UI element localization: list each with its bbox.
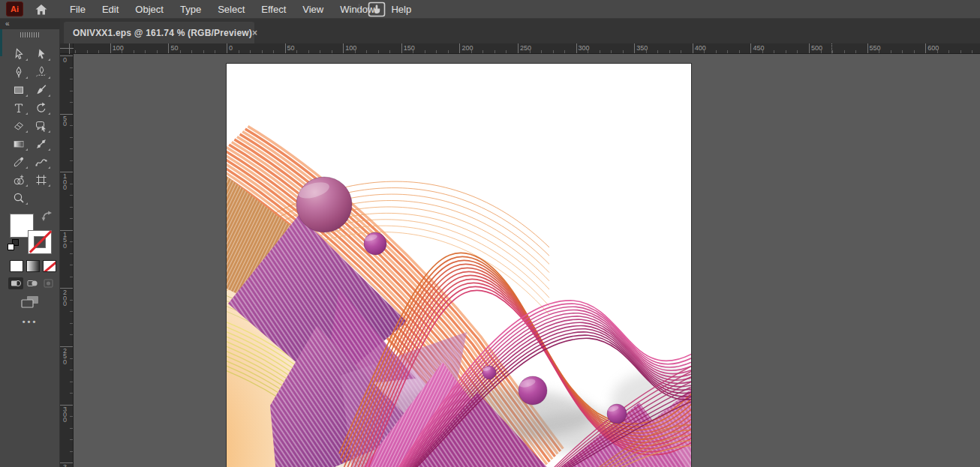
rectangle-tool[interactable] (8, 81, 30, 99)
ruler-tick (87, 50, 88, 53)
ruler-tick (180, 50, 181, 53)
ruler-tick (70, 125, 73, 126)
ruler-tick (797, 50, 798, 53)
ruler-label: 150 (404, 44, 415, 52)
ruler-tick (191, 50, 192, 53)
shaper-tool[interactable] (30, 117, 53, 135)
ruler-tick (308, 50, 309, 53)
draw-inside-button[interactable] (41, 277, 56, 289)
swap-fill-stroke-icon[interactable] (41, 211, 53, 222)
ruler-tick (389, 50, 390, 53)
ruler-label: 50 (287, 44, 295, 52)
document-tab[interactable]: ONIVXX1.eps @ 161.74 % (RGB/Preview) × (64, 22, 254, 43)
ruler-tick (541, 50, 542, 53)
type-tool[interactable] (8, 99, 30, 117)
artwork (227, 64, 691, 467)
ruler-tick (436, 50, 437, 53)
ruler-tick (250, 50, 251, 53)
touch-workspace-button[interactable] (366, 1, 386, 18)
artboard-tool[interactable] (30, 171, 53, 189)
ruler-tick (70, 358, 73, 359)
menu-item-type[interactable]: Type (172, 0, 209, 19)
ruler-tick (70, 323, 73, 324)
vertical-ruler[interactable]: 050100150200250300350 (60, 54, 74, 467)
ruler-tick (600, 50, 600, 53)
ruler-tick (70, 428, 73, 429)
home-button[interactable] (32, 1, 51, 17)
ruler-tick (98, 50, 99, 53)
menu-item-help[interactable]: Help (383, 0, 419, 19)
color-button[interactable] (10, 260, 23, 272)
ruler-tick (855, 50, 856, 53)
pen-tool[interactable] (8, 63, 30, 81)
ruler-tick (378, 50, 379, 53)
menu-item-effect[interactable]: Effect (253, 0, 294, 19)
edit-toolbar-button[interactable]: ••• (0, 317, 60, 326)
tools-panel: « (0, 19, 60, 467)
ruler-tick (70, 311, 73, 312)
eyedropper-tool[interactable] (8, 153, 30, 171)
menu-item-edit[interactable]: Edit (94, 0, 127, 19)
draw-normal-button[interactable] (8, 277, 23, 289)
ruler-tick (70, 451, 73, 452)
smooth-tool[interactable] (30, 153, 53, 171)
eraser-tool[interactable] (8, 117, 30, 135)
default-fill-stroke-icon[interactable] (8, 239, 19, 250)
draw-behind-button[interactable] (25, 277, 40, 289)
ruler-tick (262, 50, 263, 53)
ruler-origin-corner[interactable] (60, 43, 74, 54)
rotate-tool[interactable] (30, 99, 53, 117)
width-tool[interactable] (30, 135, 53, 153)
direct-selection-tool[interactable] (8, 45, 30, 63)
curvature-tool[interactable] (30, 63, 53, 81)
canvas-area[interactable] (74, 54, 980, 467)
menu-item-view[interactable]: View (294, 0, 332, 19)
none-button[interactable] (43, 260, 56, 272)
paintbrush-tool[interactable] (30, 81, 53, 99)
menu-item-object[interactable]: Object (127, 0, 172, 19)
menu-item-select[interactable]: Select (209, 0, 253, 19)
panel-collapse-button[interactable]: « (0, 19, 60, 29)
ruler-tick (70, 160, 73, 161)
ruler-label: 500 (811, 44, 822, 52)
ruler-tick (401, 43, 402, 53)
ruler-tick (145, 50, 146, 53)
tab-close-icon[interactable]: × (252, 28, 257, 37)
ruler-label: 450 (753, 44, 764, 52)
ruler-tick (239, 50, 239, 53)
menubar-separator (359, 4, 359, 15)
ruler-tick (285, 43, 286, 53)
ruler-tick (70, 148, 73, 149)
zoom-tool[interactable] (8, 189, 30, 207)
artboard[interactable] (227, 64, 691, 467)
ruler-tick (948, 50, 949, 53)
ruler-label: 0 (63, 121, 67, 127)
ruler-tick (902, 50, 903, 53)
ruler-tick (320, 50, 320, 53)
ruler-tick (70, 218, 73, 219)
ruler-tick (739, 50, 740, 53)
ruler-tick (296, 50, 297, 53)
ruler-tick (203, 50, 204, 53)
ruler-tick (914, 50, 915, 53)
selection-tool[interactable] (30, 45, 53, 63)
gradient-button[interactable] (26, 260, 40, 272)
ruler-label: 550 (870, 44, 881, 52)
shape-builder-tool[interactable] (8, 171, 30, 189)
ruler-tick (70, 184, 73, 184)
gradient-tool[interactable] (8, 135, 30, 153)
ruler-tick (564, 50, 565, 53)
horizontal-ruler[interactable]: 1005005010015020025030035040045050055060… (74, 43, 980, 54)
ruler-label: 0 (63, 301, 67, 307)
change-screen-mode-button[interactable] (20, 295, 41, 309)
ruler-label: 0 (63, 58, 67, 63)
ruler-tick (70, 416, 73, 417)
panel-drag-handle[interactable] (20, 32, 40, 37)
ruler-tick (70, 195, 73, 196)
ruler-tick (459, 43, 460, 53)
menu-item-file[interactable]: File (62, 0, 94, 19)
ruler-tick (343, 43, 344, 53)
ruler-tick (70, 253, 73, 254)
ruler-tick (623, 50, 624, 53)
ruler-tick (110, 43, 111, 53)
